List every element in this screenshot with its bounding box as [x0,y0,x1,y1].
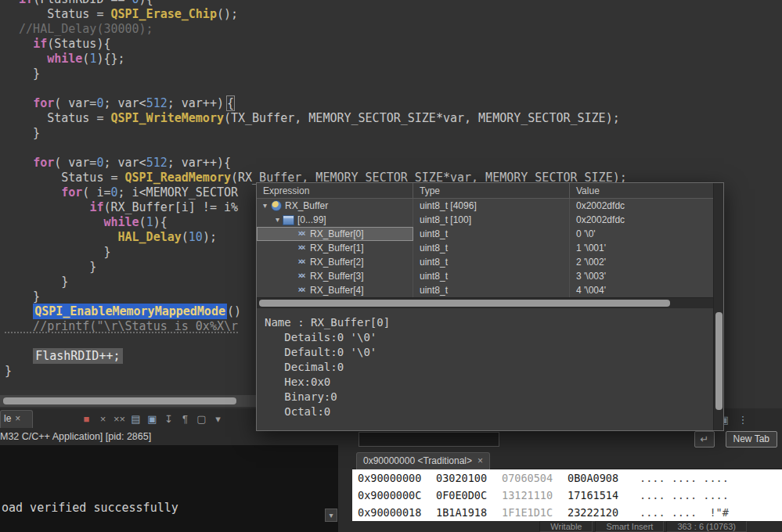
detail-line: Default:0 '\0' [265,345,705,360]
memory-word[interactable]: 23222120 [568,504,619,521]
expressions-popup: Expression Type Value ▾RX_Bufferuint8_t … [256,182,724,431]
column-header-expression[interactable]: Expression [257,183,413,198]
code-line: if(FlashRDID == 0){ [5,0,782,7]
terminate-icon[interactable]: ■ [78,412,95,427]
memory-row[interactable]: 0x9000000C0F0E0D0C1312111017161514.... .… [352,487,782,504]
memory-row[interactable]: 0x9000000003020100070605040B0A0908.... .… [352,469,782,487]
memory-word[interactable]: 17161514 [568,487,619,504]
memory-address: 0x90000018 [358,504,436,521]
column-header-value[interactable]: Value [570,183,713,198]
clear-console-icon[interactable]: ▢ [193,412,210,427]
expression-name: RX_Buffer[1] [310,241,363,255]
detail-pane: Name : RX_Buffer[0] Details:0 '\0' Defau… [257,308,713,430]
var-icon [295,257,307,268]
code-line: //HAL_Delay(30000); [5,22,782,37]
expression-type: uint8_t [413,283,570,297]
memory-rendering-tab[interactable]: 0x90000000 <Traditional>× [356,452,490,469]
array-icon [270,201,282,211]
expression-value: 4 '\004' [570,283,713,297]
memory-address-input[interactable] [359,432,499,447]
detail-line: Decimal:0 [265,360,705,375]
word-wrap-icon[interactable]: ¶ [177,412,193,427]
var-icon [295,286,307,296]
status-bar: Writable Smart Insert 363 : 6 (10763) [352,521,782,532]
scrollbar-thumb[interactable] [715,312,723,410]
expand-arrow-icon[interactable]: ▾ [272,213,283,227]
expression-type: uint8_t [413,269,570,283]
close-icon[interactable]: × [15,413,20,424]
expand-arrow-icon[interactable]: ▾ [260,199,270,213]
code-line: Status = QSPI_Erase_Chip(); [5,7,782,22]
memory-word[interactable]: 13121110 [502,487,553,504]
memory-rows: 0x9000000003020100070605040B0A0908.... .… [352,469,782,521]
memory-word[interactable]: 0F0E0D0C [436,487,488,504]
expression-row[interactable]: RX_Buffer[2]uint8_t2 '\002' [257,255,713,269]
detail-line: Details:0 '\0' [265,330,705,345]
expression-value: 3 '\003' [570,269,713,283]
remove-launch-icon[interactable]: × [95,412,111,427]
expression-value: 0 '\0' [570,227,713,241]
memory-toolbar: ↵ New Tab [352,430,782,449]
detail-line: Binary:0 [265,390,705,404]
close-icon[interactable]: × [477,455,483,466]
go-to-address-button[interactable]: ↵ [694,431,715,448]
memory-word[interactable]: 1F1E1D1C [502,504,553,521]
save-output-icon[interactable]: ▤ [128,412,144,427]
scroll-down-icon[interactable]: ▾ [325,509,337,522]
pin-console-icon[interactable]: ▣ [144,412,160,427]
scrollbar-thumb[interactable] [3,397,236,404]
expression-row[interactable]: RX_Buffer[1]uint8_t1 '\001' [257,241,713,255]
expression-type: uint8_t [4096] [413,199,570,213]
detail-line: Octal:0 [265,404,705,419]
memory-word[interactable]: 0B0A0908 [568,469,619,487]
memory-table[interactable]: 0x9000000003020100070605040B0A0908.... .… [352,469,782,521]
code-line: for( var=0; var<512; var++){ [5,96,782,111]
expression-name: [0...99] [297,213,326,227]
new-tab-button[interactable]: New Tab [726,431,777,448]
popup-horizontal-scrollbar[interactable] [257,297,713,308]
expression-row[interactable]: ▾[0...99]uint8_t [100]0x2002dfdc [257,213,713,227]
memory-row[interactable]: 0x900000181B1A19181F1E1D1C23222120.... .… [352,504,782,521]
process-label: M32 C/C++ Application] [pid: 2865] [0,431,151,444]
scroll-lock-icon[interactable]: ↧ [160,412,177,427]
memory-tab-label: 0x90000000 <Traditional> [363,455,472,466]
memory-word[interactable]: 07060504 [502,469,553,487]
expression-type: uint8_t [413,255,570,269]
code-line [5,81,782,96]
remove-all-launches-icon[interactable]: ×× [111,412,128,427]
memory-address: 0x90000000 [358,469,436,487]
memory-ascii: .... .... .... [640,487,729,504]
code-line: } [5,66,782,81]
scrollbar-thumb[interactable] [259,300,670,307]
expression-value: 0x2002dfdc [570,199,713,213]
var-icon [295,243,307,253]
console-menu-icon[interactable]: ▾ [210,412,226,427]
view-menu-icon[interactable]: ⋮ [737,412,749,428]
expression-row[interactable]: ▾RX_Bufferuint8_t [4096]0x2002dfdc [257,199,713,213]
column-header-type[interactable]: Type [413,183,570,198]
expression-name: RX_Buffer[2] [310,255,363,269]
expressions-header: Expression Type Value [257,183,713,199]
memory-word[interactable]: 03020100 [436,469,488,487]
expression-type: uint8_t [413,227,570,241]
expression-row[interactable]: RX_Buffer[3]uint8_t3 '\003' [257,269,713,283]
expression-row[interactable]: RX_Buffer[4]uint8_t4 '\004' [257,283,713,297]
memory-address: 0x9000000C [358,487,436,504]
var-icon [295,229,307,239]
expression-value: 2 '\002' [570,255,713,269]
ide-window: if(FlashRDID == 0){ Status = QSPI_Erase_… [0,0,782,532]
popup-vertical-scrollbar[interactable] [713,183,723,430]
console-output-text: oad verified successfully [2,501,178,515]
code-line: } [5,126,782,141]
range-icon [283,215,294,225]
code-line: Status = QSPI_WriteMemory(TX_Buffer, MEM… [5,111,782,126]
memory-word[interactable]: 1B1A1918 [436,504,488,521]
code-line: for( var=0; var<512; var++){ [5,156,782,171]
console-output[interactable]: oad verified successfully ▾ [0,445,338,532]
code-line: while(1){}; [5,52,782,66]
writable-status: Writable [539,521,593,532]
console-tab[interactable]: le× [0,410,33,428]
memory-ascii: .... .... .... [640,469,729,487]
code-line [5,141,782,156]
expression-row[interactable]: RX_Buffer[0]uint8_t0 '\0' [257,227,713,241]
